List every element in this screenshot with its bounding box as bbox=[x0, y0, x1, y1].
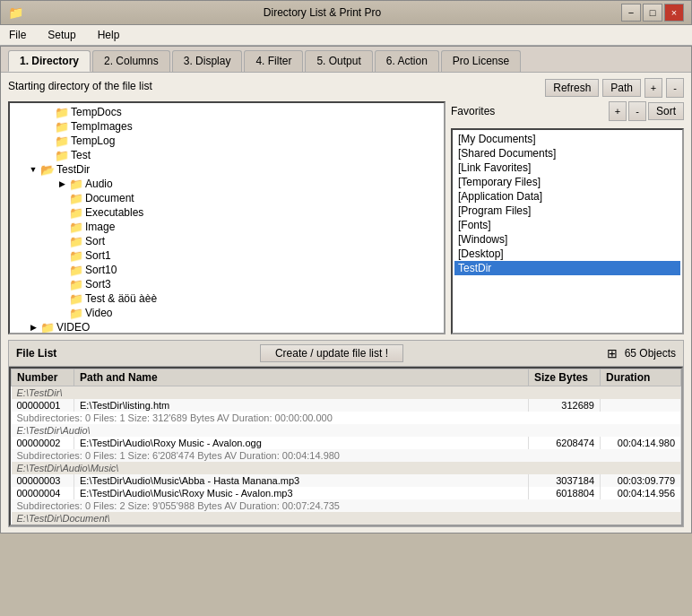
content-area: Starting directory of the file list Refr… bbox=[1, 73, 691, 533]
tree-label-test-special: Test & äöü àèè bbox=[85, 292, 157, 305]
fav-program-files[interactable]: [Program Files] bbox=[454, 204, 680, 218]
tree-item-test-special[interactable]: 📁 Test & äöü àèè bbox=[12, 291, 442, 306]
cell-size: 6208474 bbox=[529, 437, 601, 449]
folder-icon-video-upper: 📁 bbox=[40, 321, 55, 334]
col-header-path[interactable]: Path and Name bbox=[74, 369, 529, 386]
fav-temporary-files[interactable]: [Temporary Files] bbox=[454, 175, 680, 189]
close-button[interactable]: × bbox=[664, 4, 684, 22]
expander-video-upper[interactable]: ▶ bbox=[26, 321, 40, 334]
refresh-button[interactable]: Refresh bbox=[545, 79, 599, 97]
tree-item-image[interactable]: 📁 Image bbox=[12, 220, 442, 234]
menu-help[interactable]: Help bbox=[92, 27, 125, 43]
copy-icon[interactable]: ⊞ bbox=[607, 346, 618, 360]
tree-item-testdir[interactable]: ▼ 📂 TestDir bbox=[12, 162, 442, 177]
fav-fonts[interactable]: [Fonts] bbox=[454, 218, 680, 232]
table-row[interactable]: 00000001 E:\TestDir\listing.htm 312689 bbox=[12, 399, 681, 412]
expander-executables bbox=[55, 206, 69, 219]
fav-windows[interactable]: [Windows] bbox=[454, 232, 680, 247]
add-favorite-button[interactable]: + bbox=[609, 101, 627, 121]
tree-item-sort1[interactable]: 📁 Sort1 bbox=[12, 248, 442, 263]
expander-audio[interactable]: ▶ bbox=[55, 178, 69, 190]
tree-item-document[interactable]: 📁 Document bbox=[12, 191, 442, 205]
col-header-duration[interactable]: Duration bbox=[601, 369, 681, 386]
tree-item-tempimages[interactable]: 📁 TempImages bbox=[12, 119, 442, 134]
expander-tempimages bbox=[40, 120, 55, 133]
folder-icon-executables: 📁 bbox=[69, 206, 83, 219]
fav-shared-documents[interactable]: [Shared Documents] bbox=[454, 146, 680, 161]
table-header-row: Number Path and Name Size Bytes Duration bbox=[12, 369, 681, 386]
folder-icon-document: 📁 bbox=[69, 192, 83, 204]
tab-filter[interactable]: 4. Filter bbox=[244, 50, 303, 72]
cell-number: 00000004 bbox=[12, 487, 74, 499]
tree-item-test[interactable]: 📁 Test bbox=[12, 148, 442, 162]
fav-my-documents[interactable]: [My Documents] bbox=[454, 132, 680, 146]
expander-sort bbox=[55, 235, 69, 247]
menu-setup[interactable]: Setup bbox=[42, 27, 81, 43]
tree-label-video-upper: VIDEO bbox=[56, 321, 90, 334]
expander-templog bbox=[40, 134, 55, 147]
tree-label-test: Test bbox=[71, 149, 91, 161]
table-row: E:\TestDir\ bbox=[12, 386, 681, 400]
table-row[interactable]: 00000004 E:\TestDir\Audio\Music\Roxy Mus… bbox=[12, 487, 681, 499]
fav-application-data[interactable]: [Application Data] bbox=[454, 189, 680, 204]
path-button[interactable]: Path bbox=[602, 79, 641, 97]
folder-icon-testdir: 📂 bbox=[40, 163, 55, 176]
sort-favorites-button[interactable]: Sort bbox=[648, 102, 684, 120]
path-cell: E:\TestDir\ bbox=[12, 386, 681, 400]
tree-label-tempimages: TempImages bbox=[71, 120, 133, 133]
tree-item-executables[interactable]: 📁 Executables bbox=[12, 205, 442, 220]
col-header-size[interactable]: Size Bytes bbox=[529, 369, 601, 386]
tree-item-sort3[interactable]: 📁 Sort3 bbox=[12, 277, 442, 291]
tree-item-sort10[interactable]: 📁 Sort10 bbox=[12, 263, 442, 277]
expander-video bbox=[55, 307, 69, 319]
table-row[interactable]: 00000003 E:\TestDir\Audio\Music\Abba - H… bbox=[12, 474, 681, 487]
col-header-number[interactable]: Number bbox=[12, 369, 74, 386]
tree-item-templog[interactable]: 📁 TempLog bbox=[12, 134, 442, 148]
file-list-container[interactable]: Number Path and Name Size Bytes Duration… bbox=[9, 367, 683, 526]
fav-desktop[interactable]: [Desktop] bbox=[454, 247, 680, 261]
add-path-button[interactable]: + bbox=[644, 78, 662, 98]
expander-image bbox=[55, 221, 69, 233]
file-list-right: ⊞ 65 Objects bbox=[607, 346, 676, 360]
title-bar-icon: 📁 bbox=[8, 5, 23, 20]
tree-item-video-upper[interactable]: ▶ 📁 VIDEO bbox=[12, 320, 442, 334]
tab-action[interactable]: 6. Action bbox=[375, 50, 439, 72]
cell-duration bbox=[601, 399, 681, 412]
folder-icon-sort1: 📁 bbox=[69, 249, 83, 262]
tab-display[interactable]: 3. Display bbox=[172, 50, 243, 72]
table-row: E:\TestDir\Audio\ bbox=[12, 424, 681, 437]
tab-columns[interactable]: 2. Columns bbox=[92, 50, 170, 72]
expander-document bbox=[55, 192, 69, 204]
folder-icon-templog: 📁 bbox=[55, 134, 69, 147]
minimize-button[interactable]: − bbox=[621, 4, 641, 22]
tree-item-tempdocs[interactable]: 📁 TempDocs bbox=[12, 105, 442, 119]
maximize-button[interactable]: □ bbox=[643, 4, 662, 22]
tab-prolicense[interactable]: Pro License bbox=[441, 50, 521, 72]
tree-item-sort[interactable]: 📁 Sort bbox=[12, 234, 442, 248]
folder-icon-test: 📁 bbox=[55, 149, 69, 161]
tab-output[interactable]: 5. Output bbox=[305, 50, 372, 72]
file-list-toolbar: File List Create / update file list ! ⊞ … bbox=[9, 341, 683, 367]
folder-icon-image: 📁 bbox=[69, 221, 83, 233]
tab-directory[interactable]: 1. Directory bbox=[8, 50, 91, 72]
fav-testdir[interactable]: TestDir bbox=[454, 261, 680, 275]
tree-pane[interactable]: 📁 TempDocs 📁 TempImages 📁 TempLog 📁 Tes bbox=[8, 101, 445, 334]
tree-item-video[interactable]: 📁 Video bbox=[12, 306, 442, 320]
menu-file[interactable]: File bbox=[4, 27, 31, 43]
cell-number: 00000003 bbox=[12, 474, 74, 487]
cell-name: E:\TestDir\Audio\Music\Abba - Hasta Mana… bbox=[74, 474, 529, 487]
directory-toolbar: Starting directory of the file list Refr… bbox=[8, 78, 684, 98]
remove-path-button[interactable]: - bbox=[666, 78, 684, 98]
fav-link-favorites[interactable]: [Link Favorites] bbox=[454, 161, 680, 175]
favorites-pane: Favorites + - Sort [My Documents] [Share… bbox=[451, 101, 684, 334]
create-file-list-button[interactable]: Create / update file list ! bbox=[260, 344, 403, 362]
expander-testdir[interactable]: ▼ bbox=[26, 163, 40, 176]
file-list-section: File List Create / update file list ! ⊞ … bbox=[8, 340, 684, 527]
tree-item-audio[interactable]: ▶ 📁 Audio bbox=[12, 177, 442, 191]
cell-size: 3037184 bbox=[529, 474, 601, 487]
title-bar: 📁 Directory List & Print Pro − □ × bbox=[0, 0, 692, 25]
folder-icon-tempimages: 📁 bbox=[55, 120, 69, 133]
table-row[interactable]: 00000002 E:\TestDir\Audio\Roxy Music - A… bbox=[12, 437, 681, 449]
favorites-list[interactable]: [My Documents] [Shared Documents] [Link … bbox=[451, 128, 684, 334]
remove-favorite-button[interactable]: - bbox=[628, 101, 646, 121]
